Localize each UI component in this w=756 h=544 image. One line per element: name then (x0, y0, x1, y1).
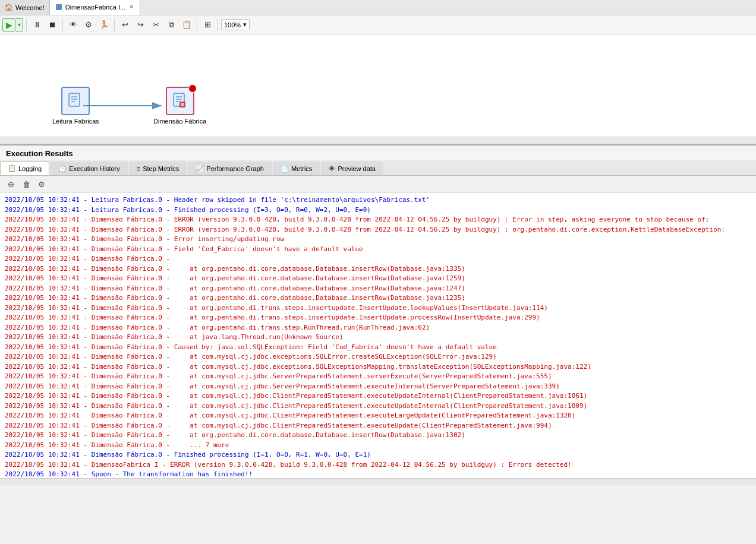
undo-button[interactable]: ↩ (118, 18, 132, 32)
tab-welcome[interactable]: 🏠 Welcome! (0, 0, 50, 15)
log-line: 2022/10/05 10:32:41 - Dimensão Fábrica.0… (5, 245, 751, 255)
log-line: 2022/10/05 10:32:41 - Spoon - The transf… (5, 470, 751, 478)
toolbar-sep-4 (197, 19, 197, 31)
graph-icon: 📈 (196, 165, 204, 173)
paste-button[interactable]: 📋 (179, 18, 194, 32)
log-line: 2022/10/05 10:32:41 - Dimensão Fábrica.0… (5, 284, 751, 294)
logging-icon: 📋 (8, 165, 16, 172)
clear-log-button[interactable]: ⊖ (5, 178, 17, 190)
log-line: 2022/10/05 10:32:41 - Dimensão Fábrica.0… (5, 362, 751, 372)
configure-log-button[interactable]: ⚙ (36, 178, 48, 190)
tab-execution-history-label: Execution History (69, 165, 120, 172)
svg-rect-0 (56, 4, 62, 10)
toolbar-sep-2 (62, 19, 63, 31)
log-line: 2022/10/05 10:32:41 - Dimensão Fábrica.0… (5, 450, 751, 460)
tab-step-metrics-label: Step Metrics (143, 165, 179, 172)
run-button[interactable]: ▶ (2, 18, 15, 31)
preview-button[interactable]: 👁 (66, 18, 80, 32)
log-line: 2022/10/05 10:32:41 - Dimensão Fábrica.0… (5, 323, 751, 333)
run-dropdown[interactable]: ▾ (16, 18, 23, 31)
tab-logging-label: Logging (18, 165, 42, 172)
tab-performance-graph-label: Performance Graph (206, 165, 264, 172)
toolbar-sep-3 (114, 19, 115, 31)
log-line: 2022/10/05 10:32:41 - Dimensão Fábrica.0… (5, 372, 751, 382)
canvas-area[interactable]: Leitura Fabricas Dimensão Fábrica (0, 34, 756, 144)
toolbar-sep-5 (218, 19, 218, 31)
tab-metrics[interactable]: 📄 Metrics (273, 162, 320, 175)
log-line: 2022/10/05 10:32:41 - Dimensão Fábrica.0… (5, 343, 751, 353)
step-dimensao-fabrica[interactable]: Dimensão Fábrica (153, 87, 206, 125)
metrics2-icon: 📄 (281, 165, 289, 173)
log-line: 2022/10/05 10:32:41 - Dimensão Fábrica.0… (5, 264, 751, 274)
log-line: 2022/10/05 10:32:41 - Dimensão Fábrica.0… (5, 274, 751, 284)
log-line: 2022/10/05 10:32:41 - Dimensão Fábrica.0… (5, 391, 751, 401)
canvas-scrollbar-x[interactable] (0, 137, 756, 144)
log-action-bar: ⊖ 🗑 ⚙ (0, 176, 756, 193)
pause-button[interactable]: ⏸ (30, 18, 44, 32)
log-line: 2022/10/05 10:32:41 - Dimensão Fábrica.0… (5, 441, 751, 451)
step-leitura-fabricas[interactable]: Leitura Fabricas (52, 87, 99, 125)
step-dimensao-fabrica-label: Dimensão Fábrica (153, 118, 206, 125)
log-line: 2022/10/05 10:32:41 - Dimensão Fábrica.0… (5, 382, 751, 392)
tab-dimensao[interactable]: DimensaoFabrica I... ✕ (50, 0, 140, 15)
tab-dimensao-label: DimensaoFabrica I... (65, 4, 125, 11)
log-line: 2022/10/05 10:32:41 - Dimensão Fábrica.0… (5, 215, 751, 225)
error-badge (188, 84, 197, 93)
log-line: 2022/10/05 10:32:41 - DimensaoFabrica I … (5, 460, 751, 470)
log-line: 2022/10/05 10:32:41 - Dimensão Fábrica.0… (5, 333, 751, 343)
tab-preview-data-label: Preview data (338, 165, 376, 172)
log-line: 2022/10/05 10:32:41 - Leitura Fabricas.0… (5, 205, 751, 216)
tab-step-metrics[interactable]: ≡ Step Metrics (129, 162, 187, 175)
welcome-icon: 🏠 (5, 4, 13, 12)
stop-button[interactable]: ⏹ (45, 18, 59, 32)
redo-button[interactable]: ↪ (133, 18, 147, 32)
delete-button[interactable]: 🗑 (20, 178, 32, 190)
step-leitura-fabricas-label: Leitura Fabricas (52, 118, 99, 125)
log-line: 2022/10/05 10:32:41 - Leitura Fabricas.0… (5, 195, 751, 205)
log-line: 2022/10/05 10:32:41 - Dimensão Fábrica.0… (5, 411, 751, 421)
toolbar-sep-1 (26, 19, 27, 31)
tab-preview-data[interactable]: 👁 Preview data (321, 162, 383, 175)
tab-metrics-label: Metrics (291, 165, 312, 172)
tab-execution-history[interactable]: 🕐 Execution History (51, 162, 128, 175)
main-toolbar: ▶ ▾ ⏸ ⏹ 👁 ⚙ 🏃 ↩ ↪ ✂ ⧉ 📋 ⊞ 100% ▾ (0, 15, 756, 34)
tab-welcome-label: Welcome! (15, 4, 45, 11)
settings-button[interactable]: ⚙ (81, 18, 96, 32)
zoom-dropdown[interactable]: 100% ▾ (221, 19, 250, 30)
cut-button[interactable]: ✂ (149, 18, 163, 32)
log-line: 2022/10/05 10:32:41 - Dimensão Fábrica.0… (5, 235, 751, 245)
zoom-chevron-icon: ▾ (243, 21, 247, 29)
title-bar: 🏠 Welcome! DimensaoFabrica I... ✕ (0, 0, 756, 15)
metrics-icon: ≡ (137, 165, 140, 172)
run-config-button[interactable]: 🏃 (97, 18, 111, 32)
preview-icon: 👁 (329, 165, 335, 172)
log-area[interactable]: 2022/10/05 10:32:41 - Leitura Fabricas.0… (0, 193, 756, 478)
log-line: 2022/10/05 10:32:41 - Dimensão Fábrica.0… (5, 293, 751, 303)
log-line: 2022/10/05 10:32:41 - Dimensão Fábrica.0… (5, 254, 751, 264)
copy-button[interactable]: ⧉ (164, 18, 178, 32)
log-line: 2022/10/05 10:32:41 - Dimensão Fábrica.0… (5, 225, 751, 235)
results-tabs-bar: 📋 Logging 🕐 Execution History ≡ Step Met… (0, 160, 756, 176)
dimensao-icon (55, 3, 63, 11)
log-line: 2022/10/05 10:32:41 - Dimensão Fábrica.0… (5, 431, 751, 441)
execution-results-title: Execution Results (0, 146, 756, 160)
tab-close-button[interactable]: ✕ (128, 3, 135, 11)
zoom-value: 100% (224, 21, 241, 29)
tab-performance-graph[interactable]: 📈 Performance Graph (188, 162, 272, 175)
results-scrollbar-x[interactable] (0, 478, 756, 485)
log-line: 2022/10/05 10:32:41 - Dimensão Fábrica.0… (5, 421, 751, 431)
step-leitura-fabricas-icon (61, 87, 90, 115)
history-icon: 🕐 (58, 165, 67, 173)
log-line: 2022/10/05 10:32:41 - Dimensão Fábrica.0… (5, 401, 751, 412)
zoom-out-button[interactable]: ⊞ (200, 18, 215, 32)
log-line: 2022/10/05 10:32:41 - Dimensão Fábrica.0… (5, 303, 751, 314)
tab-logging[interactable]: 📋 Logging (0, 162, 49, 175)
execution-results-panel: Execution Results 📋 Logging 🕐 Execution … (0, 144, 756, 485)
step-dimensao-fabrica-icon (166, 87, 194, 115)
log-line: 2022/10/05 10:32:41 - Dimensão Fábrica.0… (5, 313, 751, 323)
log-line: 2022/10/05 10:32:41 - Dimensão Fábrica.0… (5, 352, 751, 362)
svg-rect-1 (69, 93, 80, 106)
